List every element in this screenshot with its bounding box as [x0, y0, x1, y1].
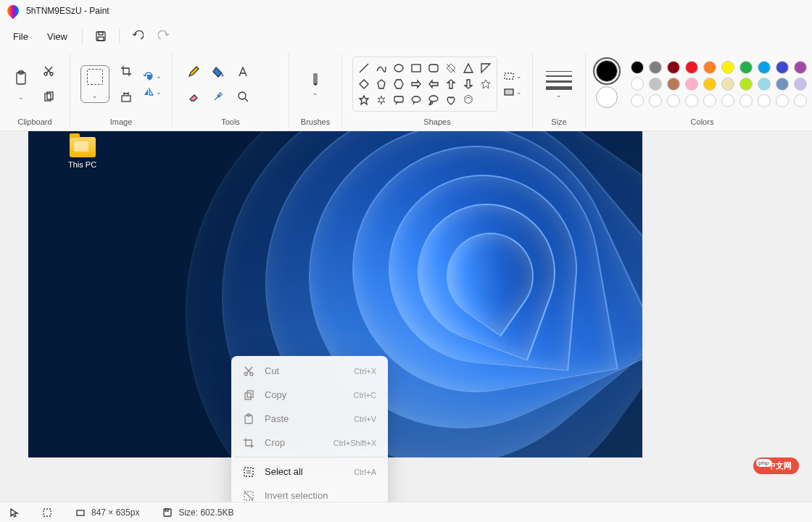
color-swatch[interactable]: [703, 94, 716, 107]
color-swatch[interactable]: [721, 61, 734, 74]
redo-button[interactable]: [152, 24, 176, 49]
color-swatch[interactable]: [667, 78, 680, 91]
group-label-image: Image: [110, 115, 133, 128]
svg-rect-2: [98, 37, 104, 41]
desktop-icon: This PC: [68, 137, 96, 169]
svg-rect-10: [147, 75, 152, 79]
canvas-area[interactable]: This PC CutCtrl+XCopyCtrl+CPasteCtrl+VCr…: [0, 131, 812, 502]
svg-rect-26: [245, 393, 251, 399]
shape-fill-button[interactable]: ⌄: [503, 86, 522, 98]
magnifier-tool[interactable]: [232, 86, 254, 107]
canvas-dimensions: 847 × 635px: [75, 508, 139, 518]
copy-button[interactable]: [38, 86, 59, 108]
color-swatch[interactable]: [631, 61, 644, 74]
color-1[interactable]: [596, 60, 618, 82]
save-button[interactable]: [88, 24, 113, 49]
size-button[interactable]: ⌄: [543, 64, 575, 104]
app-icon: [5, 3, 22, 20]
cut-button[interactable]: [38, 60, 59, 82]
color-swatch[interactable]: [631, 94, 644, 107]
status-bar: 847 × 635px Size: 602.5KB: [0, 502, 812, 522]
svg-point-18: [412, 96, 420, 102]
eraser-tool[interactable]: [183, 86, 204, 107]
color-swatch[interactable]: [740, 78, 753, 91]
color-swatch[interactable]: [721, 78, 734, 91]
group-clipboard: ⌄ Clipboard: [0, 54, 70, 128]
menu-view[interactable]: View: [38, 27, 76, 46]
group-label-size: Size: [551, 115, 566, 128]
group-brushes: ⌄ Brushes: [289, 54, 342, 128]
color-2[interactable]: [596, 86, 618, 108]
group-colors: Colors: [586, 54, 812, 128]
color-swatch[interactable]: [667, 94, 680, 107]
file-size: Size: 602.5KB: [162, 508, 233, 518]
svg-rect-15: [412, 65, 420, 72]
context-menu: CutCtrl+XCopyCtrl+CPasteCtrl+VCropCtrl+S…: [231, 356, 388, 502]
color-swatch[interactable]: [667, 61, 680, 74]
color-swatch[interactable]: [794, 94, 807, 107]
ribbon: ⌄ Clipboard ⌄ ⌄ ⌄ Image: [0, 51, 812, 131]
picker-tool[interactable]: [207, 86, 229, 107]
color-swatch[interactable]: [685, 61, 698, 74]
desktop-icon-label: This PC: [68, 160, 96, 169]
undo-button[interactable]: [125, 24, 150, 49]
selection-info-icon: [42, 508, 52, 518]
menu-bar: File View: [0, 22, 812, 51]
brushes-button[interactable]: ⌄: [299, 64, 331, 104]
svg-point-21: [429, 104, 431, 105]
menu-file[interactable]: File: [4, 27, 37, 46]
rotate-button[interactable]: ⌄: [143, 70, 162, 82]
color-swatch[interactable]: [740, 61, 753, 74]
svg-rect-16: [429, 65, 438, 72]
color-swatch[interactable]: [649, 78, 662, 91]
ctx-invert-selection: Invert selection: [234, 484, 385, 502]
group-shapes: ⌄ ⌄ Shapes: [342, 54, 533, 128]
text-tool[interactable]: [232, 61, 254, 83]
svg-point-14: [394, 65, 403, 72]
color-swatch[interactable]: [758, 78, 771, 91]
color-swatch[interactable]: [685, 78, 698, 91]
color-swatch[interactable]: [776, 78, 789, 91]
color-swatch[interactable]: [721, 94, 734, 107]
group-label-shapes: Shapes: [423, 115, 450, 128]
color-swatch[interactable]: [649, 94, 662, 107]
fill-tool[interactable]: [207, 61, 229, 83]
crop-button[interactable]: [115, 60, 137, 82]
group-image: ⌄ ⌄ ⌄ Image: [70, 54, 173, 128]
svg-rect-13: [313, 73, 318, 83]
watermark: 中文网: [753, 457, 799, 474]
color-palette: [631, 61, 808, 107]
svg-point-11: [222, 75, 224, 77]
color-swatch[interactable]: [758, 94, 771, 107]
color-swatch[interactable]: [794, 61, 807, 74]
color-swatch[interactable]: [703, 78, 716, 91]
color-swatch[interactable]: [740, 94, 753, 107]
svg-rect-9: [122, 96, 130, 102]
shape-outline-button[interactable]: ⌄: [503, 70, 522, 82]
ctx-copy: CopyCtrl+C: [234, 383, 385, 407]
svg-rect-27: [247, 391, 253, 397]
paste-button[interactable]: [10, 67, 32, 89]
color-swatch[interactable]: [758, 61, 771, 74]
shapes-gallery[interactable]: [352, 57, 497, 112]
color-swatch[interactable]: [631, 78, 644, 91]
svg-rect-31: [246, 470, 251, 474]
group-tools: Tools: [173, 54, 289, 128]
ctx-select-all[interactable]: Select allCtrl+A: [234, 460, 385, 484]
title-bar: 5hTNM9ESzU - Paint: [0, 0, 812, 22]
svg-rect-39: [165, 509, 168, 511]
color-swatch[interactable]: [776, 61, 789, 74]
svg-rect-37: [77, 510, 84, 515]
color-swatch[interactable]: [776, 94, 789, 107]
color-swatch[interactable]: [703, 61, 716, 74]
color-swatch[interactable]: [649, 61, 662, 74]
group-label-clipboard: Clipboard: [17, 115, 51, 128]
svg-rect-1: [99, 32, 103, 35]
flip-button[interactable]: ⌄: [143, 86, 162, 98]
pencil-tool[interactable]: [183, 61, 204, 83]
resize-button[interactable]: [115, 86, 137, 108]
color-swatch[interactable]: [685, 94, 698, 107]
paste-menu-icon[interactable]: ⌄: [18, 94, 24, 101]
color-swatch[interactable]: [794, 78, 807, 91]
select-tool[interactable]: ⌄: [80, 65, 109, 103]
